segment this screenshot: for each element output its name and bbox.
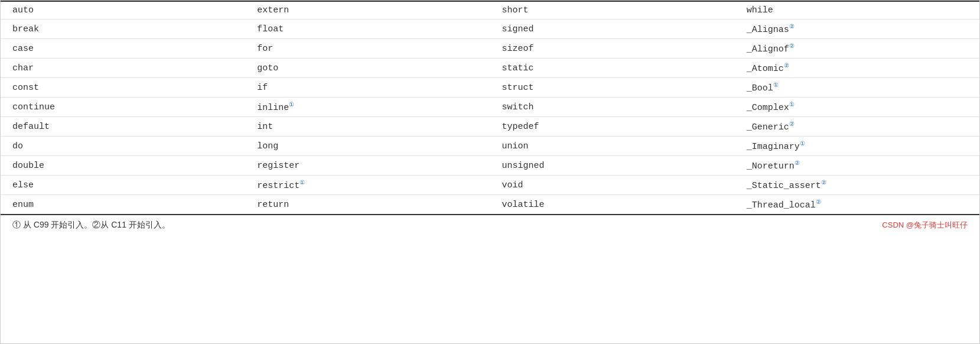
keyword-superscript: ② — [789, 23, 795, 30]
keyword-text: signed — [502, 24, 534, 34]
keyword-text: typedef — [502, 122, 539, 132]
table-cell: _Imaginary① — [735, 137, 979, 156]
table-cell: sizeof — [490, 39, 735, 59]
keyword-superscript: ① — [289, 101, 294, 108]
table-row: breakfloatsigned_Alignas② — [1, 20, 979, 39]
keyword-text: enum — [12, 200, 34, 210]
table-cell: union — [490, 137, 735, 156]
keyword-text: _Thread_local — [747, 200, 816, 210]
keyword-text: _Alignof — [747, 44, 789, 54]
keyword-text: extern — [257, 5, 289, 15]
table-cell: register — [245, 156, 490, 176]
table-cell: _Alignof② — [735, 39, 979, 59]
table-cell: short — [490, 1, 735, 20]
keyword-text: switch — [502, 102, 534, 112]
table-cell: int — [245, 117, 490, 137]
table-row: constifstruct_Bool① — [1, 78, 979, 98]
table-cell: default — [1, 117, 245, 137]
footer-note: ① 从 C99 开始引入。②从 C11 开始引入。 — [12, 220, 170, 231]
table-cell: return — [245, 195, 490, 215]
table-row: doubleregisterunsigned_Noreturn② — [1, 156, 979, 176]
keyword-text: break — [12, 24, 39, 34]
keyword-text: for — [257, 44, 273, 54]
keyword-text: char — [12, 63, 34, 73]
keyword-text: inline — [257, 103, 289, 113]
keyword-text: do — [12, 141, 23, 151]
keyword-text: auto — [12, 5, 34, 15]
keyword-text: register — [257, 161, 299, 171]
keyword-text: const — [12, 83, 39, 93]
keyword-text: case — [12, 44, 34, 54]
keyword-text: default — [12, 122, 50, 132]
keyword-superscript: ② — [795, 160, 800, 166]
table-cell: goto — [245, 59, 490, 78]
keyword-text: double — [12, 161, 44, 171]
keyword-superscript: ② — [784, 62, 789, 69]
table-cell: struct — [490, 78, 735, 98]
table-row: defaultinttypedef_Generic② — [1, 117, 979, 137]
table-cell: enum — [1, 195, 245, 215]
table-cell: _Alignas② — [735, 20, 979, 39]
keyword-superscript: ② — [789, 43, 795, 49]
keyword-text: sizeof — [502, 44, 534, 54]
table-cell: volatile — [490, 195, 735, 215]
keyword-text: _Generic — [747, 122, 789, 132]
keyword-text: void — [502, 180, 523, 190]
table-row: autoexternshortwhile — [1, 1, 979, 20]
keyword-text: return — [257, 200, 289, 210]
keyword-text: static — [502, 63, 534, 73]
keyword-text: long — [257, 141, 278, 151]
table-cell: restrict① — [245, 176, 490, 195]
table-cell: _Noreturn② — [735, 156, 979, 176]
keyword-text: continue — [12, 102, 55, 112]
table-wrapper: autoexternshortwhilebreakfloatsigned_Ali… — [1, 1, 979, 215]
footer-brand: CSDN @兔子骑士叫旺仔 — [882, 220, 968, 231]
table-cell: while — [735, 1, 979, 20]
table-cell: inline① — [245, 98, 490, 117]
table-cell: case — [1, 39, 245, 59]
table-cell: _Generic② — [735, 117, 979, 137]
keyword-text: short — [502, 5, 529, 15]
keyword-text: _Static_assert — [747, 181, 821, 191]
keyword-superscript: ① — [800, 140, 805, 147]
keyword-text: _Atomic — [747, 64, 784, 74]
keyword-text: if — [257, 83, 268, 93]
table-cell: static — [490, 59, 735, 78]
keyword-text: goto — [257, 63, 278, 73]
table-row: continueinline①switch_Complex① — [1, 98, 979, 117]
keyword-superscript: ① — [299, 179, 305, 186]
keyword-superscript: ② — [821, 179, 826, 186]
table-cell: unsigned — [490, 156, 735, 176]
table-cell: for — [245, 39, 490, 59]
table-cell: _Bool① — [735, 78, 979, 98]
keyword-text: _Alignas — [747, 25, 789, 35]
table-cell: _Complex① — [735, 98, 979, 117]
table-cell: void — [490, 176, 735, 195]
table-cell: _Thread_local② — [735, 195, 979, 215]
keyword-text: volatile — [502, 200, 545, 210]
table-cell: long — [245, 137, 490, 156]
table-cell: break — [1, 20, 245, 39]
keyword-text: unsigned — [502, 161, 545, 171]
table-cell: _Static_assert② — [735, 176, 979, 195]
keyword-text: else — [12, 180, 34, 190]
table-cell: char — [1, 59, 245, 78]
keyword-text: _Bool — [747, 83, 773, 93]
keyword-superscript: ② — [816, 199, 821, 205]
table-cell: extern — [245, 1, 490, 20]
keyword-text: struct — [502, 83, 534, 93]
keywords-table: autoexternshortwhilebreakfloatsigned_Ali… — [1, 1, 979, 215]
table-cell: switch — [490, 98, 735, 117]
table-cell: if — [245, 78, 490, 98]
table-cell: signed — [490, 20, 735, 39]
table-cell: _Atomic② — [735, 59, 979, 78]
table-cell: auto — [1, 1, 245, 20]
table-row: caseforsizeof_Alignof② — [1, 39, 979, 59]
table-cell: float — [245, 20, 490, 39]
table-cell: else — [1, 176, 245, 195]
main-container: autoexternshortwhilebreakfloatsigned_Ali… — [0, 0, 980, 344]
footer: ① 从 C99 开始引入。②从 C11 开始引入。 CSDN @兔子骑士叫旺仔 — [1, 215, 979, 235]
keyword-text: union — [502, 141, 529, 151]
keyword-text: float — [257, 24, 284, 34]
table-cell: do — [1, 137, 245, 156]
